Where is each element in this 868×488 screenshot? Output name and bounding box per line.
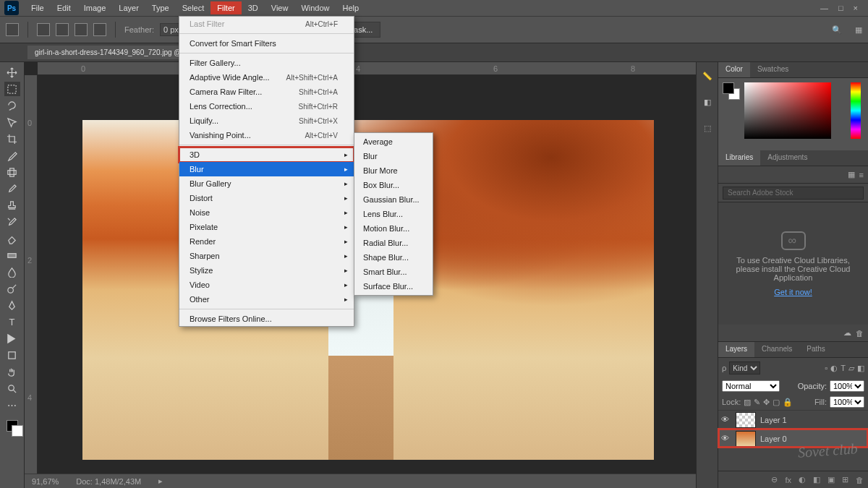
workspace-icon[interactable]: ▦ [855, 25, 862, 35]
link-layers-icon[interactable]: ⊖ [771, 475, 778, 484]
hand-tool[interactable] [4, 364, 20, 379]
cube-icon[interactable]: ⬚ [701, 121, 714, 134]
color-swatch-icon[interactable] [4, 419, 20, 433]
fx-icon[interactable]: fx [785, 476, 791, 484]
blur-average[interactable]: Average [354, 134, 433, 149]
menu-blur-sub[interactable]: Blur▸ [179, 162, 354, 176]
ruler-vertical[interactable]: 0 2 4 [25, 75, 38, 488]
marquee-tool[interactable] [4, 82, 20, 96]
menu-file[interactable]: File [25, 1, 51, 14]
blur-blur[interactable]: Blur [354, 149, 433, 163]
cloud-sync-icon[interactable]: ☁ [843, 328, 851, 338]
blur-tool[interactable] [4, 265, 20, 279]
menu-last-filter[interactable]: Last FilterAlt+Ctrl+F [179, 17, 354, 31]
blur-more[interactable]: Blur More [354, 163, 433, 178]
filter-kind-select[interactable]: Kind [729, 361, 760, 374]
list-view-icon[interactable]: ≡ [859, 171, 864, 179]
minimize-icon[interactable]: — [820, 4, 828, 12]
pen-tool[interactable] [4, 298, 20, 312]
type-tool[interactable]: T [4, 314, 20, 329]
hue-slider[interactable] [851, 82, 861, 139]
filter-pixel-icon[interactable]: ▫ [825, 364, 827, 372]
menu-stylize-sub[interactable]: Stylize▸ [179, 263, 354, 278]
menu-other-sub[interactable]: Other▸ [179, 292, 354, 307]
tab-layers[interactable]: Layers [718, 342, 754, 357]
path-tool[interactable] [4, 331, 20, 346]
lock-artboard-icon[interactable]: ▢ [773, 398, 780, 407]
zoom-tool[interactable] [4, 381, 20, 395]
selection-intersect-icon[interactable] [93, 23, 106, 36]
tab-libraries[interactable]: Libraries [718, 150, 760, 166]
tab-swatches[interactable]: Swatches [750, 62, 796, 77]
menu-filter[interactable]: Filter [210, 1, 241, 14]
menu-window[interactable]: Window [294, 1, 336, 14]
menu-pixelate-sub[interactable]: Pixelate▸ [179, 220, 354, 234]
selection-new-icon[interactable] [37, 23, 50, 36]
layers-strip-icon[interactable]: ◧ [701, 95, 714, 108]
edit-toolbar-icon[interactable]: ⋯ [4, 398, 20, 412]
doc-size[interactable]: Doc: 1,48M/2,43M [76, 477, 141, 486]
menu-view[interactable]: View [265, 1, 295, 14]
menu-noise-sub[interactable]: Noise▸ [179, 205, 354, 220]
lock-position-icon[interactable]: ✥ [763, 398, 770, 407]
menu-edit[interactable]: Edit [51, 1, 77, 14]
delete-layer-icon[interactable]: 🗑 [856, 476, 864, 484]
blur-motion[interactable]: Motion Blur... [354, 221, 433, 236]
search-icon[interactable]: 🔍 [832, 25, 842, 35]
menu-vanishing-point[interactable]: Vanishing Point...Alt+Ctrl+V [179, 128, 354, 142]
visibility-icon[interactable]: 👁 [721, 434, 731, 444]
menu-adaptive-wide[interactable]: Adaptive Wide Angle...Alt+Shift+Ctrl+A [179, 70, 354, 85]
menu-3d[interactable]: 3D [242, 1, 265, 14]
stamp-tool[interactable] [4, 198, 20, 213]
lock-all-icon[interactable]: 🔒 [783, 398, 793, 407]
menu-convert-smart[interactable]: Convert for Smart Filters [179, 36, 354, 51]
status-arrow-icon[interactable]: ▸ [158, 476, 163, 486]
move-tool[interactable] [4, 65, 20, 80]
history-brush-tool[interactable] [4, 215, 20, 229]
lock-pixels-icon[interactable]: ✎ [754, 398, 760, 407]
blur-box[interactable]: Box Blur... [354, 178, 433, 192]
layer-thumb[interactable] [736, 431, 756, 447]
blur-radial[interactable]: Radial Blur... [354, 236, 433, 250]
blur-shape[interactable]: Shape Blur... [354, 250, 433, 265]
lock-transparent-icon[interactable]: ▨ [744, 398, 751, 407]
tab-adjustments[interactable]: Adjustments [760, 150, 814, 166]
gradient-tool[interactable] [4, 248, 20, 262]
layer-row[interactable]: 👁 Layer 1 [718, 410, 868, 429]
menu-lens-correction[interactable]: Lens Correction...Shift+Ctrl+R [179, 99, 354, 114]
menu-camera-raw[interactable]: Camera Raw Filter...Shift+Ctrl+A [179, 85, 354, 99]
menu-layer[interactable]: Layer [112, 1, 145, 14]
menu-render-sub[interactable]: Render▸ [179, 234, 354, 249]
blur-smart[interactable]: Smart Blur... [354, 265, 433, 279]
filter-shape-icon[interactable]: ▱ [848, 364, 854, 373]
new-layer-icon[interactable]: ⊞ [842, 475, 848, 484]
menu-liquify[interactable]: Liquify...Shift+Ctrl+X [179, 114, 354, 128]
selection-add-icon[interactable] [56, 23, 69, 36]
healing-tool[interactable] [4, 165, 20, 179]
visibility-icon[interactable]: 👁 [721, 415, 731, 425]
layer-name[interactable]: Layer 1 [760, 416, 787, 424]
menu-type[interactable]: Type [145, 1, 176, 14]
layer-thumb[interactable] [736, 412, 756, 428]
layer-name[interactable]: Layer 0 [760, 435, 787, 443]
document-tab[interactable]: girl-in-a-short-dress-1744349_960_720.jp… [27, 46, 189, 59]
crop-tool[interactable] [4, 132, 20, 146]
mask-icon[interactable]: ◐ [799, 475, 806, 484]
fg-bg-swatch[interactable] [723, 82, 740, 100]
opacity-select[interactable]: 100% [830, 380, 864, 392]
brush-tool[interactable] [4, 181, 20, 196]
quick-select-tool[interactable] [4, 115, 20, 129]
tab-paths[interactable]: Paths [799, 342, 833, 357]
blur-gaussian[interactable]: Gaussian Blur... [354, 192, 433, 207]
blend-mode-select[interactable]: Normal [722, 380, 780, 392]
group-icon[interactable]: ▣ [827, 475, 835, 484]
close-icon[interactable]: × [854, 4, 858, 12]
stock-search-input[interactable] [723, 187, 864, 200]
adjustment-layer-icon[interactable]: ◧ [813, 475, 820, 484]
trash-icon[interactable]: 🗑 [856, 329, 864, 338]
filter-smart-icon[interactable]: ◧ [857, 364, 864, 373]
menu-select[interactable]: Select [176, 1, 211, 14]
menu-blur-gallery-sub[interactable]: Blur Gallery▸ [179, 176, 354, 191]
lasso-tool[interactable] [4, 98, 20, 113]
menu-3d-sub[interactable]: 3D▸ [179, 147, 354, 162]
